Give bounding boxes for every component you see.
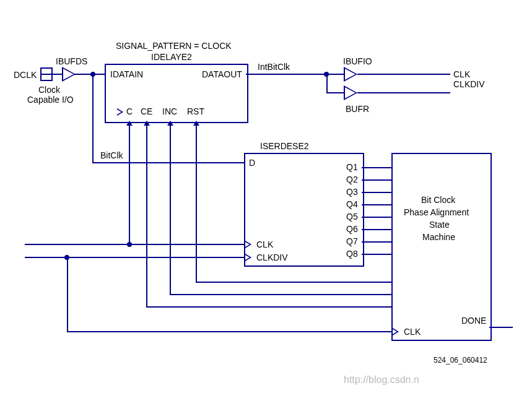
wire: [246, 74, 326, 75]
wire: [362, 179, 391, 181]
dataout-port: DATAOUT: [202, 69, 242, 79]
dclk-label: DCLK: [14, 70, 37, 80]
wire: [326, 92, 344, 93]
ibufio-label: IBUFIO: [343, 56, 372, 66]
wire: [326, 74, 344, 75]
wire: [357, 92, 450, 93]
iserdes-clk-edge: [245, 241, 251, 248]
wire: [196, 282, 391, 283]
bitclk-label: BitClk: [100, 150, 123, 160]
sm-line4: Machine: [422, 232, 455, 242]
sm-clk-label: CLK: [404, 327, 421, 337]
wire: [362, 254, 391, 255]
wire: [362, 167, 391, 168]
wire: [170, 122, 171, 295]
q5-port: Q5: [346, 212, 358, 222]
watermark-url: http://blog.csdn.n: [344, 374, 419, 386]
wire: [146, 306, 391, 308]
q3-port: Q3: [346, 187, 358, 197]
sm-clk-edge: [393, 328, 399, 335]
sm-line2: Phase Alignment: [404, 207, 469, 217]
ce-port: CE: [141, 106, 152, 116]
clkdiv-in-port: CLKDIV: [256, 252, 288, 262]
clkdiv-out-label: CLKDIV: [453, 79, 485, 89]
wire: [74, 74, 105, 75]
d-port: D: [249, 158, 255, 168]
wire: [67, 257, 68, 331]
q2-port: Q2: [346, 175, 358, 184]
idelaye2-title: IDELAYE2: [151, 52, 192, 62]
wire: [25, 257, 244, 258]
sm-line1: Bit Clock: [421, 195, 455, 205]
clk-out-label: CLK: [453, 69, 470, 79]
q1-port: Q1: [346, 162, 358, 172]
rst-port: RST: [187, 106, 204, 116]
iserdese2-title: ISERDESE2: [260, 141, 309, 151]
arrow: [126, 121, 133, 126]
node-c-tap: [127, 242, 132, 247]
done-label: DONE: [461, 316, 486, 326]
wire: [326, 74, 328, 93]
q6-port: Q6: [346, 224, 358, 234]
idatain-port: IDATAIN: [110, 69, 143, 79]
wire: [67, 331, 391, 332]
bufr-label: BUFR: [346, 104, 369, 114]
intbitclk-label: IntBitClk: [258, 62, 290, 72]
idelay-c-clkedge: [117, 108, 123, 116]
wire: [170, 294, 391, 295]
ibufds-buffer-icon: [62, 67, 76, 82]
wire: [362, 204, 391, 205]
wire: [146, 122, 147, 308]
wire: [362, 217, 391, 218]
wire: [129, 122, 130, 244]
wire: [362, 241, 391, 243]
clock-io-2: Capable I/O: [27, 95, 74, 105]
arrow: [193, 121, 199, 126]
ibufio-buffer-icon: [344, 67, 357, 82]
done-wire: [489, 327, 513, 328]
sm-line3: State: [429, 220, 450, 230]
iserdes-clkdiv-edge: [245, 254, 251, 261]
arrow: [144, 121, 150, 126]
c-port: C: [126, 106, 133, 116]
wire: [25, 244, 244, 245]
wire: [362, 192, 391, 193]
wire: [92, 74, 94, 163]
clk-in-port: CLK: [256, 239, 273, 249]
q7-port: Q7: [346, 236, 358, 246]
wire: [92, 162, 244, 163]
state-machine-block: [391, 153, 492, 341]
figure-ref: 524_06_060412: [434, 356, 487, 364]
inc-port: INC: [162, 106, 177, 116]
wire: [357, 74, 450, 75]
arrow: [167, 121, 173, 126]
signal-pattern-text: SIGNAL_PATTERN = CLOCK: [116, 41, 232, 51]
wire: [362, 229, 391, 230]
ibufds-label: IBUFDS: [56, 56, 87, 66]
clock-io-1: Clock: [38, 85, 60, 95]
bufr-buffer-icon: [344, 85, 357, 100]
wire: [196, 122, 197, 283]
q8-port: Q8: [346, 249, 358, 259]
wire: [53, 74, 62, 75]
q4-port: Q4: [346, 199, 358, 209]
